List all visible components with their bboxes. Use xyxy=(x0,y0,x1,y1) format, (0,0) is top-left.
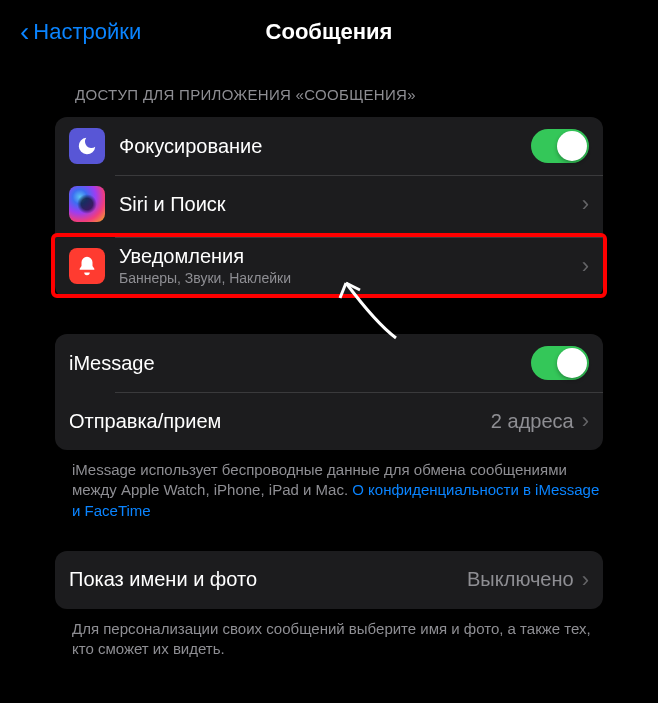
page-title: Сообщения xyxy=(266,19,393,45)
chevron-right-icon: › xyxy=(582,253,589,279)
nav-header: ‹ Настройки Сообщения xyxy=(0,0,658,60)
send-receive-label: Отправка/прием xyxy=(69,410,491,433)
imessage-toggle[interactable] xyxy=(531,346,589,380)
chevron-left-icon: ‹ xyxy=(20,18,29,46)
siri-label: Siri и Поиск xyxy=(119,193,582,216)
row-notifications[interactable]: Уведомления Баннеры, Звуки, Наклейки › xyxy=(51,233,607,298)
imessage-group: iMessage Отправка/прием 2 адреса › xyxy=(55,334,603,450)
row-send-receive[interactable]: Отправка/прием 2 адреса › xyxy=(55,392,603,450)
send-receive-value: 2 адреса xyxy=(491,410,574,433)
imessage-label: iMessage xyxy=(69,352,531,375)
focus-label: Фокусирование xyxy=(119,135,531,158)
chevron-right-icon: › xyxy=(582,191,589,217)
back-label: Настройки xyxy=(33,19,141,45)
siri-icon xyxy=(69,186,105,222)
imessage-footer: iMessage использует беспроводные данные … xyxy=(0,450,658,521)
profile-group: Показ имени и фото Выключено › xyxy=(55,551,603,609)
bell-icon xyxy=(69,248,105,284)
notifications-sublabel: Баннеры, Звуки, Наклейки xyxy=(119,270,582,286)
chevron-right-icon: › xyxy=(582,408,589,434)
notifications-label: Уведомления xyxy=(119,245,582,268)
chevron-right-icon: › xyxy=(582,567,589,593)
row-name-photo[interactable]: Показ имени и фото Выключено › xyxy=(55,551,603,609)
profile-footer: Для персонализации своих сообщений выбер… xyxy=(0,609,658,660)
name-photo-label: Показ имени и фото xyxy=(69,568,467,591)
toggle-knob xyxy=(557,131,587,161)
moon-icon xyxy=(69,128,105,164)
access-group: Фокусирование Siri и Поиск › Уведомления… xyxy=(55,117,603,298)
row-imessage[interactable]: iMessage xyxy=(55,334,603,392)
section-header-access: ДОСТУП ДЛЯ ПРИЛОЖЕНИЯ «СООБЩЕНИЯ» xyxy=(0,60,658,111)
back-button[interactable]: ‹ Настройки xyxy=(20,18,141,46)
row-focus[interactable]: Фокусирование xyxy=(55,117,603,175)
name-photo-value: Выключено xyxy=(467,568,574,591)
toggle-knob xyxy=(557,348,587,378)
focus-toggle[interactable] xyxy=(531,129,589,163)
row-siri[interactable]: Siri и Поиск › xyxy=(55,175,603,233)
